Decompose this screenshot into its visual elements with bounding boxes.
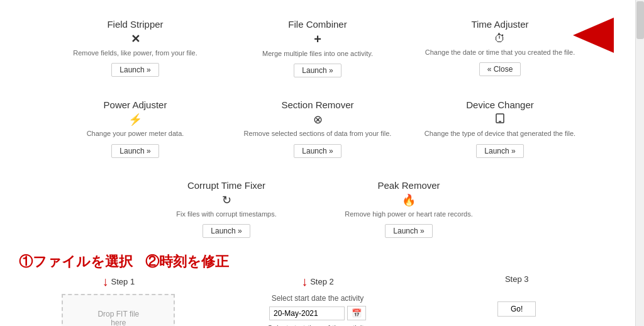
tool-row-2: Power Adjuster ⚡ Change your power meter…	[19, 93, 616, 167]
device-changer-desc: Change the type of device that generated…	[418, 129, 582, 138]
section-remover-launch-button[interactable]: Launch »	[294, 144, 341, 158]
tool-card-section-remover: Section Remover ⊗ Remove selected sectio…	[226, 93, 409, 167]
drop-text-line1: Drop FIT file	[97, 310, 139, 318]
corrupt-time-fixer-launch-button[interactable]: Launch »	[203, 224, 250, 238]
step-3-col: Step 3 Go!	[417, 274, 616, 317]
power-adjuster-title: Power Adjuster	[53, 99, 217, 110]
tool-card-device-changer: Device Changer Change the type of device…	[409, 93, 591, 167]
file-combiner-title: File Combiner	[236, 19, 399, 30]
tool-row-1: Field Stripper ✕ Remove fields, like pow…	[19, 13, 616, 87]
date-input[interactable]	[269, 306, 345, 320]
corrupt-time-fixer-desc: Fix files with corrupt timestamps.	[145, 210, 308, 219]
go-button[interactable]: Go!	[497, 301, 536, 317]
date-section-label: Select start date the activity	[225, 294, 411, 303]
field-stripper-launch-button[interactable]: Launch »	[111, 63, 158, 77]
tool-card-power-adjuster: Power Adjuster ⚡ Change your power meter…	[44, 93, 226, 167]
step1-arrow-down-icon: ↓	[103, 274, 109, 289]
step1-annotation: ①ファイルを選択	[19, 252, 133, 271]
tool-card-file-combiner: File Combiner + Merge multiple files int…	[226, 13, 409, 87]
section-remover-title: Section Remover	[236, 99, 399, 110]
step2-annotation: ②時刻を修正	[145, 252, 229, 271]
tool-card-peak-remover: Peak Remover 🔥 Remove high power or hear…	[318, 174, 500, 247]
field-stripper-title: Field Stripper	[53, 19, 217, 30]
tool-card-field-stripper: Field Stripper ✕ Remove fields, like pow…	[44, 13, 226, 87]
peak-remover-title: Peak Remover	[327, 180, 491, 191]
time-adjuster-close-button[interactable]: « Close	[479, 62, 521, 76]
file-drop-zone[interactable]: Drop FIT file here ... or select files	[62, 294, 175, 326]
plus-icon: +	[236, 32, 399, 47]
file-combiner-desc: Merge multiple files into one activity.	[236, 49, 399, 59]
step2-arrow-down-icon: ↓	[301, 274, 308, 289]
clock-icon: ⏱	[418, 32, 582, 45]
corrupt-time-fixer-title: Corrupt Time Fixer	[145, 180, 308, 191]
x-icon: ✕	[53, 32, 217, 46]
step-2-col: ↓ Step 2 Select start date the activity …	[218, 274, 418, 326]
section-remover-desc: Remove selected sections of data from yo…	[236, 129, 399, 138]
time-adjuster-title: Time Adjuster	[418, 19, 582, 30]
peak-remover-desc: Remove high power or heart rate records.	[327, 210, 491, 219]
scrollbar-thumb[interactable]	[636, 1, 644, 39]
step-2-label: ↓ Step 2	[225, 274, 411, 289]
time-adjuster-desc: Change the date or time that you created…	[418, 48, 582, 57]
japanese-annotation: ①ファイルを選択 ②時刻を修正	[19, 252, 616, 271]
power-adjuster-desc: Change your power meter data.	[53, 129, 217, 138]
lightning-icon: ⚡	[53, 113, 217, 126]
power-adjuster-launch-button[interactable]: Launch »	[111, 144, 158, 158]
step-1-col: ↓ Step 1 Drop FIT file here ... or selec…	[19, 274, 218, 326]
flame-icon: 🔥	[327, 193, 491, 207]
date-input-row: 📅	[225, 306, 411, 320]
step-1-label: ↓ Step 1	[25, 274, 212, 289]
file-combiner-launch-button[interactable]: Launch »	[294, 64, 341, 77]
peak-remover-launch-button[interactable]: Launch »	[385, 224, 432, 238]
scrollbar[interactable]	[635, 0, 644, 326]
device-changer-title: Device Changer	[418, 99, 582, 110]
tool-card-corrupt-time-fixer: Corrupt Time Fixer ↻ Fix files with corr…	[135, 174, 318, 247]
calendar-button[interactable]: 📅	[347, 306, 366, 320]
device-changer-launch-button[interactable]: Launch »	[476, 144, 523, 158]
steps-row: ↓ Step 1 Drop FIT file here ... or selec…	[19, 274, 616, 326]
device-icon	[418, 113, 582, 126]
step-3-label: Step 3	[423, 274, 610, 284]
field-stripper-desc: Remove fields, like power, from your fil…	[53, 48, 217, 58]
red-arrow-icon	[573, 18, 614, 53]
tool-card-time-adjuster: Time Adjuster ⏱ Change the date or time …	[409, 13, 591, 87]
arrow-annotation	[573, 18, 614, 53]
refresh-icon: ↻	[145, 193, 308, 207]
drop-text-line2: here	[111, 318, 126, 326]
circle-x-icon: ⊗	[236, 113, 399, 126]
tool-row-3: Corrupt Time Fixer ↻ Fix files with corr…	[19, 174, 616, 247]
